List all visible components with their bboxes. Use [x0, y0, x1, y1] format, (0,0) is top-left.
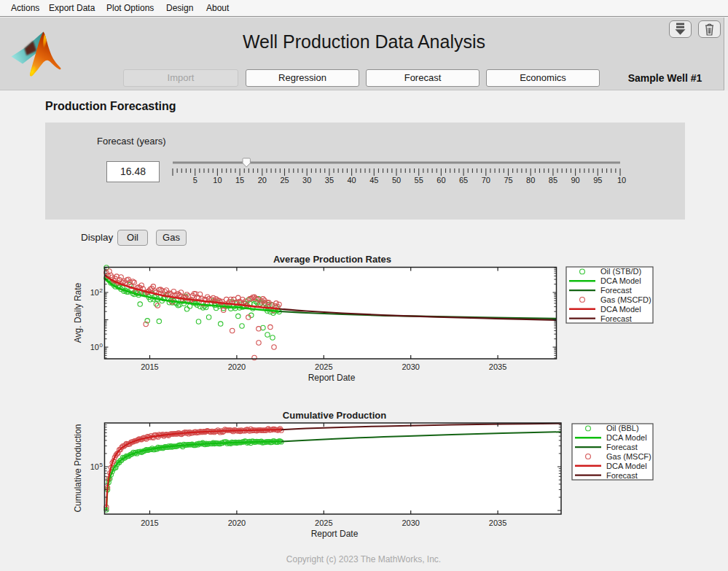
svg-text:2030: 2030 — [402, 362, 419, 371]
svg-text:Copyright (c) 2023 The MathWor: Copyright (c) 2023 The MathWorks, Inc. — [286, 554, 441, 564]
svg-text:2015: 2015 — [141, 362, 158, 371]
svg-text:DCA Model: DCA Model — [606, 462, 647, 470]
svg-text:5: 5 — [100, 462, 103, 468]
svg-text:Forecast: Forecast — [600, 314, 632, 323]
svg-text:Forecast: Forecast — [606, 471, 638, 480]
svg-text:Oil (BBL): Oil (BBL) — [606, 424, 639, 432]
svg-text:10: 10 — [90, 343, 99, 351]
svg-text:Forecast: Forecast — [600, 286, 632, 295]
svg-text:2020: 2020 — [228, 518, 246, 527]
svg-text:2035: 2035 — [489, 362, 506, 371]
svg-text:Average Production Rates: Average Production Rates — [273, 254, 391, 265]
svg-text:Cumulative Production: Cumulative Production — [73, 424, 83, 513]
svg-text:2030: 2030 — [402, 518, 419, 527]
svg-text:10: 10 — [90, 288, 99, 297]
svg-text:10: 10 — [90, 462, 99, 471]
svg-text:Forecast: Forecast — [606, 443, 638, 451]
svg-text:DCA Model: DCA Model — [600, 305, 641, 314]
svg-text:Avg. Daily Rate: Avg. Daily Rate — [73, 282, 83, 343]
svg-text:2025: 2025 — [315, 362, 332, 371]
svg-text:2025: 2025 — [315, 518, 332, 527]
svg-text:Report Date: Report Date — [308, 373, 356, 383]
svg-text:2015: 2015 — [141, 518, 158, 527]
svg-text:2: 2 — [100, 287, 103, 294]
svg-text:2020: 2020 — [228, 362, 246, 371]
svg-text:Gas (MSCF): Gas (MSCF) — [606, 452, 651, 461]
svg-text:2035: 2035 — [489, 518, 506, 527]
svg-text:0: 0 — [100, 342, 103, 349]
svg-text:Gas (MSCFD): Gas (MSCFD) — [600, 295, 651, 304]
svg-text:Report Date: Report Date — [311, 529, 359, 539]
svg-text:DCA Model: DCA Model — [600, 276, 641, 285]
svg-text:Oil (STB/D): Oil (STB/D) — [600, 267, 641, 276]
svg-text:Cumulative Production: Cumulative Production — [283, 410, 386, 421]
svg-text:DCA Model: DCA Model — [606, 433, 647, 442]
